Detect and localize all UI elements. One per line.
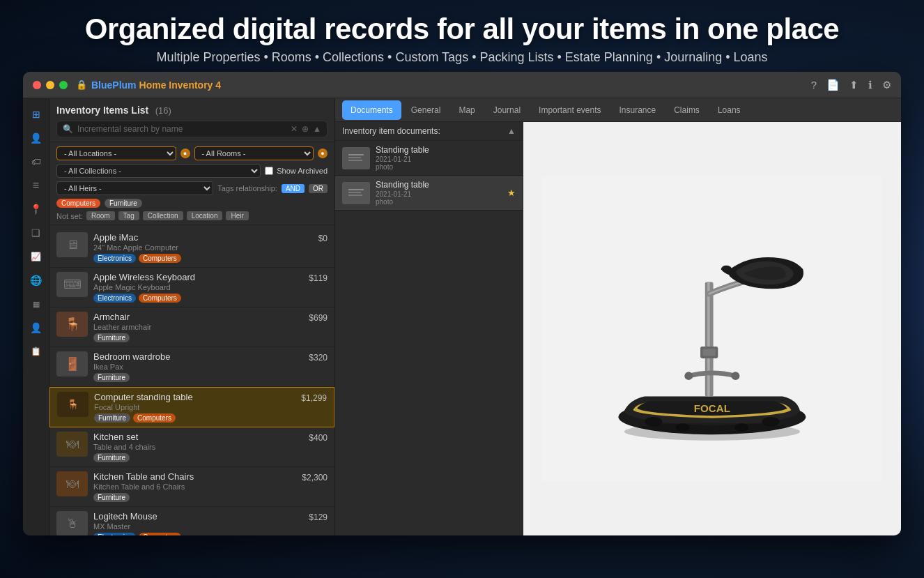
or-button[interactable]: OR <box>309 184 328 193</box>
doc-icon[interactable]: 📄 <box>826 79 840 91</box>
help-icon[interactable]: ? <box>811 79 817 91</box>
sidebar-icon-user[interactable]: 👤 <box>26 317 47 338</box>
doc-name: Standing table <box>376 145 516 155</box>
traffic-lights <box>33 81 68 89</box>
tag-furniture: Furniture <box>93 493 130 502</box>
close-button[interactable] <box>33 81 41 89</box>
search-clear-icon[interactable]: ✕ <box>291 124 298 134</box>
doc-name: Home Inventory 4 <box>139 79 221 91</box>
tab-documents[interactable]: Documents <box>342 100 401 120</box>
item-name: Apple Wireless Keyboard <box>93 272 303 282</box>
item-sub: Kitchen Table and 6 Chairs <box>93 482 296 491</box>
sidebar-icon-globe[interactable]: 🌐 <box>26 270 47 291</box>
minimize-button[interactable] <box>46 81 54 89</box>
item-info: Kitchen set Table and 4 chairs Furniture <box>93 432 303 462</box>
svg-rect-1 <box>348 154 364 155</box>
gear-icon[interactable]: ⚙ <box>882 79 891 91</box>
search-filter-icon[interactable]: ⊕ <box>302 124 309 134</box>
and-button[interactable]: AND <box>282 184 305 193</box>
item-tags: Furniture <box>93 373 303 382</box>
locations-filter[interactable]: - All Locations - <box>56 146 176 160</box>
info-icon[interactable]: ℹ <box>868 79 872 91</box>
tab-claims[interactable]: Claims <box>665 100 708 120</box>
rooms-filter[interactable]: - All Rooms - <box>194 146 314 160</box>
svg-rect-18 <box>703 349 716 356</box>
list-item[interactable]: 🍽 Kitchen Table and Chairs Kitchen Table… <box>49 467 334 507</box>
svg-rect-3 <box>348 160 362 161</box>
tab-map[interactable]: Map <box>450 100 483 120</box>
list-item[interactable]: 🍽 Kitchen set Table and 4 chairs Furnitu… <box>49 427 334 467</box>
list-item-selected[interactable]: 🪑 Computer standing table Focal Upright … <box>49 387 334 427</box>
item-price: $129 <box>309 512 328 522</box>
item-thumb: 🪑 <box>57 392 88 417</box>
location-filter-tag[interactable]: Location <box>187 211 223 220</box>
tab-insurance[interactable]: Insurance <box>611 100 665 120</box>
item-info: Bedroom wardrobe Ikea Pax Furniture <box>93 351 303 382</box>
item-sub: Apple Magic Keyboard <box>93 283 303 291</box>
item-tags: Furniture Computers <box>94 413 295 423</box>
list-item[interactable]: 🚪 Bedroom wardrobe Ikea Pax Furniture $3… <box>49 347 334 387</box>
search-input[interactable] <box>77 124 286 134</box>
svg-point-19 <box>684 372 693 380</box>
doc-item[interactable]: Standing table 2021-01-21 photo <box>335 141 523 176</box>
doc-thumb <box>342 182 370 204</box>
item-sub: Ikea Pax <box>93 363 303 371</box>
sidebar-icon-clipboard[interactable]: 📋 <box>26 341 47 362</box>
item-thumb: 🖥 <box>56 232 88 257</box>
maximize-button[interactable] <box>59 81 68 89</box>
sidebar-icon-location[interactable]: 📍 <box>26 199 47 220</box>
item-thumb: 🖱 <box>56 511 88 535</box>
list-item[interactable]: ⌨ Apple Wireless Keyboard Apple Magic Ke… <box>49 268 334 307</box>
sidebar-icon-people[interactable]: 👤 <box>26 128 47 149</box>
sidebar-icon-chart[interactable]: 📈 <box>26 246 47 267</box>
list-item[interactable]: 🖱 Logitech Mouse MX Master Electronics C… <box>49 507 334 535</box>
list-item[interactable]: 🖥 Apple iMac 24" Mac Apple Computer Elec… <box>49 228 334 268</box>
doc-item-starred[interactable]: Standing table 2021-01-21 photo ★ <box>335 176 523 211</box>
item-price: $2,300 <box>302 473 328 482</box>
star-icon: ★ <box>507 188 516 198</box>
search-icon: 🔍 <box>63 124 73 134</box>
room-filter-tag[interactable]: Room <box>86 211 115 220</box>
item-info: Computer standing table Focal Upright Fu… <box>94 392 295 423</box>
doc-date: 2021-01-21 <box>376 155 516 163</box>
share-icon[interactable]: ⬆ <box>849 79 858 91</box>
item-name: Kitchen set <box>93 432 303 442</box>
tag-electronics: Electronics <box>93 294 136 303</box>
show-archived-checkbox[interactable] <box>265 167 273 175</box>
app-window: 🔒 BluePlum Home Inventory 4 ? 📄 ⬆ ℹ ⚙ ⊞ … <box>23 72 901 535</box>
item-sub: Focal Upright <box>94 403 295 411</box>
tag-computers: Computers <box>133 413 176 423</box>
item-price: $1,299 <box>301 393 327 403</box>
sidebar-icon-spreadsheet[interactable]: ▦ <box>26 294 47 314</box>
item-thumb: 🍽 <box>56 471 88 496</box>
show-archived: Show Archived <box>265 167 328 175</box>
tab-loans[interactable]: Loans <box>709 100 749 120</box>
sidebar-icon-copy[interactable]: ❏ <box>26 222 47 243</box>
furniture-tag[interactable]: Furniture <box>105 199 142 208</box>
heirs-filter[interactable]: - All Heirs - <box>56 181 213 195</box>
tag-computers: Computers <box>139 294 181 303</box>
sidebar-icon-grid[interactable]: ⊞ <box>26 104 47 125</box>
svg-point-21 <box>624 423 800 440</box>
app-name: BluePlum <box>91 79 137 91</box>
search-expand-icon[interactable]: ▲ <box>313 124 321 134</box>
tab-important-events[interactable]: Important events <box>530 100 609 120</box>
tab-journal[interactable]: Journal <box>485 100 529 120</box>
svg-rect-6 <box>348 192 361 193</box>
item-info: Apple Wireless Keyboard Apple Magic Keyb… <box>93 272 303 303</box>
sidebar-icon-layers[interactable]: ≡ <box>26 175 47 196</box>
tag-filter-tag[interactable]: Tag <box>118 211 139 220</box>
tab-general[interactable]: General <box>403 100 449 120</box>
item-thumb: 🍽 <box>56 432 88 457</box>
collection-filter-tag[interactable]: Collection <box>143 211 183 220</box>
sidebar-icons: ⊞ 👤 🏷 ≡ 📍 ❏ 📈 🌐 ▦ 👤 📋 <box>23 98 49 535</box>
computers-tag[interactable]: Computers <box>56 199 100 208</box>
list-item[interactable]: 🪑 Armchair Leather armchair Furniture $6… <box>49 307 334 347</box>
heir-filter-tag[interactable]: Heir <box>226 211 248 220</box>
svg-rect-7 <box>348 195 362 196</box>
item-tags: Furniture <box>93 493 296 502</box>
docs-expand-icon[interactable]: ▲ <box>507 126 516 136</box>
item-sub: MX Master <box>93 522 303 531</box>
collections-filter[interactable]: - All Collections - <box>56 164 261 178</box>
sidebar-icon-tag[interactable]: 🏷 <box>26 151 47 172</box>
